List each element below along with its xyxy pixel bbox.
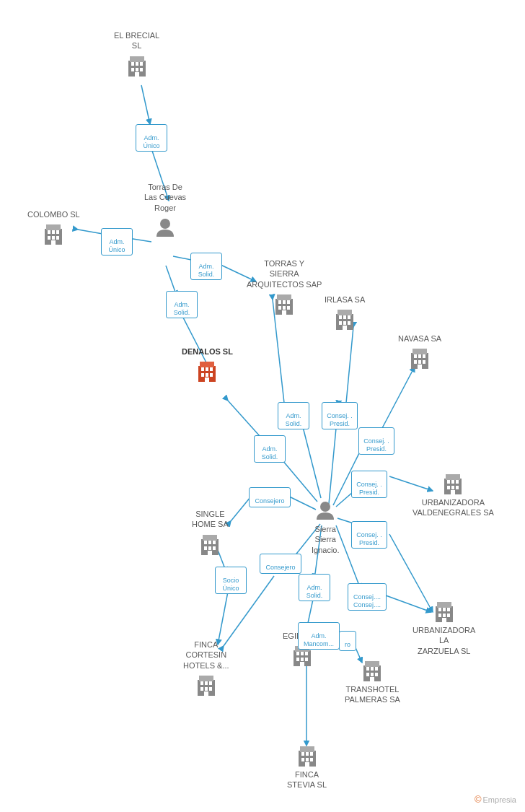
- badge-adm-solid-1[interactable]: Adm. Solid.: [190, 253, 222, 280]
- building-icon-finca-cortesin: [193, 673, 219, 699]
- label-single-home: SINGLE HOME SA: [192, 509, 229, 530]
- badge-adm-solid-5[interactable]: Adm. Solid.: [299, 574, 330, 601]
- svg-rect-72: [414, 354, 417, 358]
- svg-rect-108: [437, 602, 451, 608]
- svg-rect-59: [287, 306, 290, 310]
- badge-consejero-1[interactable]: Consejero: [249, 487, 291, 507]
- svg-rect-144: [300, 746, 314, 752]
- svg-rect-63: [339, 315, 342, 319]
- svg-rect-75: [414, 360, 417, 364]
- svg-rect-124: [300, 662, 304, 666]
- svg-rect-74: [423, 354, 425, 358]
- badge-consej-presid-4[interactable]: Consej. . Presid.: [351, 521, 387, 549]
- label-colombo: COLOMBO SL: [27, 209, 80, 219]
- badge-consej-presid-3[interactable]: Consej. . Presid.: [351, 471, 387, 498]
- svg-line-13: [382, 367, 415, 428]
- svg-rect-45: [52, 230, 55, 234]
- svg-rect-67: [343, 321, 346, 325]
- badge-ro[interactable]: ro: [339, 631, 356, 651]
- building-icon-urb-vald: [440, 471, 466, 497]
- svg-rect-84: [201, 373, 204, 377]
- svg-rect-36: [136, 62, 138, 66]
- svg-rect-77: [423, 360, 425, 364]
- svg-rect-38: [131, 68, 134, 71]
- svg-rect-53: [277, 294, 291, 300]
- svg-rect-62: [338, 310, 352, 315]
- badge-adm-solid-3[interactable]: Adm. Solid.: [278, 402, 309, 429]
- svg-line-23: [218, 592, 228, 645]
- building-icon-urb-zarzu: [431, 599, 457, 625]
- svg-rect-99: [446, 474, 460, 480]
- svg-rect-91: [204, 541, 207, 544]
- badge-consej-presid-2[interactable]: Consej. . Presid.: [358, 427, 394, 455]
- svg-rect-68: [348, 321, 350, 325]
- building-icon-single-home: [197, 532, 223, 558]
- svg-rect-141: [375, 673, 378, 676]
- watermark-text: Empresia: [483, 795, 516, 804]
- building-icon-torras-sierra: [271, 292, 297, 318]
- svg-rect-80: [200, 362, 214, 367]
- svg-rect-49: [56, 236, 59, 240]
- svg-rect-93: [213, 541, 216, 544]
- svg-rect-136: [366, 667, 369, 671]
- badge-adm-unico-1[interactable]: Adm. Único: [136, 124, 167, 152]
- svg-rect-54: [278, 300, 281, 304]
- badge-consej-consej[interactable]: Consej.... Consej....: [348, 583, 387, 611]
- label-denalos: DENALOS SL: [182, 346, 233, 357]
- badge-socio-unico[interactable]: Socio Único: [215, 567, 247, 594]
- building-icon-navasa: [407, 346, 433, 372]
- svg-rect-57: [278, 306, 281, 310]
- node-irlasa: IRLASA SA: [325, 294, 365, 333]
- svg-rect-129: [209, 681, 212, 685]
- svg-rect-66: [339, 321, 342, 325]
- svg-rect-115: [442, 618, 446, 622]
- label-torras-cuevas: Torras De Las Cuevas Roger: [144, 182, 186, 213]
- label-torras-sierra: TORRAS Y SIERRA ARQUITECTOS SAP: [247, 258, 322, 289]
- svg-rect-83: [210, 367, 213, 371]
- svg-rect-35: [131, 62, 134, 66]
- label-finca-stevia: FINCA STEVIA SL: [287, 769, 327, 790]
- svg-rect-58: [283, 306, 286, 310]
- svg-rect-145: [301, 752, 304, 756]
- svg-line-11: [228, 401, 260, 436]
- badge-adm-unico-2[interactable]: Adm. Único: [101, 228, 133, 256]
- svg-rect-71: [412, 349, 427, 354]
- label-irlasa: IRLASA SA: [325, 294, 365, 305]
- building-icon-denalos: [194, 359, 220, 385]
- svg-rect-48: [52, 236, 55, 240]
- svg-rect-47: [48, 236, 50, 240]
- svg-rect-110: [443, 608, 446, 611]
- svg-rect-82: [206, 367, 208, 371]
- svg-rect-85: [206, 373, 208, 377]
- svg-rect-92: [208, 541, 211, 544]
- svg-rect-114: [447, 614, 450, 617]
- label-navasa: NAVASA SA: [398, 333, 441, 344]
- node-urb-vald: URBANIZADORA VALDENEGRALES SA: [412, 471, 494, 520]
- badge-consej-presid-1[interactable]: Consej. . Presid.: [322, 402, 358, 429]
- svg-rect-96: [213, 546, 216, 550]
- svg-rect-111: [447, 608, 450, 611]
- copyright-symbol: ©: [475, 794, 482, 805]
- svg-rect-94: [204, 546, 207, 550]
- badge-consejero-2[interactable]: Consejero: [260, 554, 301, 574]
- svg-rect-69: [343, 326, 347, 330]
- node-transhotel: TRANSHOTEL PALMERAS SA: [345, 658, 400, 707]
- svg-rect-105: [456, 486, 459, 489]
- svg-rect-138: [375, 667, 378, 671]
- label-finca-cortesin: FINCA CORTESIN HOTELS &...: [183, 639, 229, 671]
- svg-rect-56: [287, 300, 290, 304]
- badge-adm-solid-4[interactable]: Adm. Solid.: [254, 435, 286, 463]
- svg-point-88: [320, 502, 330, 512]
- node-torras-sierra: TORRAS Y SIERRA ARQUITECTOS SAP: [247, 258, 322, 318]
- node-colombo: COLOMBO SL: [27, 209, 80, 248]
- badge-adm-solid-2[interactable]: Adm. Solid.: [166, 291, 198, 318]
- svg-rect-140: [371, 673, 374, 676]
- svg-rect-147: [310, 752, 313, 756]
- svg-rect-149: [306, 758, 309, 761]
- svg-rect-135: [365, 661, 379, 667]
- svg-point-51: [160, 219, 170, 229]
- svg-rect-139: [366, 673, 369, 676]
- badge-adm-mancom[interactable]: Adm. Mancom...: [298, 622, 340, 650]
- svg-rect-103: [447, 486, 450, 489]
- svg-rect-90: [203, 535, 217, 541]
